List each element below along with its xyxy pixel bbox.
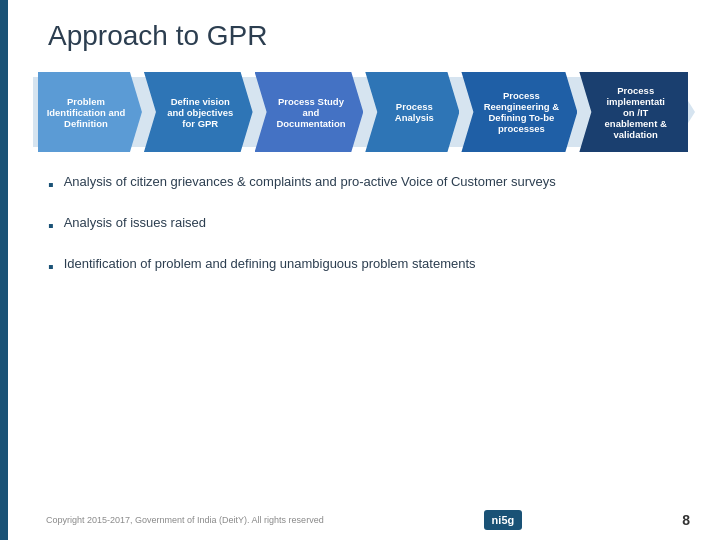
process-step-4[interactable]: Process Analysis <box>365 72 459 152</box>
bullet-icon-2: ▪ <box>48 214 54 238</box>
step2-label: Define vision and objectives for GPR <box>164 96 237 129</box>
step5-label: Process Reengineering & Defining To-be p… <box>481 90 561 134</box>
process-step-2[interactable]: Define vision and objectives for GPR <box>144 72 253 152</box>
content-area: ▪ Analysis of citizen grievances & compl… <box>38 172 690 279</box>
logo-text: ni5g <box>492 514 515 526</box>
page-container: Approach to GPR Problem Identification a… <box>8 0 720 540</box>
left-bar <box>0 0 8 540</box>
page-number: 8 <box>682 512 690 528</box>
process-step-5[interactable]: Process Reengineering & Defining To-be p… <box>461 72 577 152</box>
steps-row: Problem Identification and Definition De… <box>38 72 690 152</box>
step6-label: Process implementati on /IT enablement &… <box>599 85 672 140</box>
bullet-item-2: ▪ Analysis of issues raised <box>48 213 690 238</box>
bullet-text-2: Analysis of issues raised <box>64 213 206 233</box>
step4-label: Process Analysis <box>385 101 443 123</box>
bullet-icon-3: ▪ <box>48 255 54 279</box>
footer: Copyright 2015-2017, Government of India… <box>46 510 690 530</box>
page-title: Approach to GPR <box>38 20 690 52</box>
process-step-6[interactable]: Process implementati on /IT enablement &… <box>579 72 688 152</box>
bullet-item-1: ▪ Analysis of citizen grievances & compl… <box>48 172 690 197</box>
process-step-3[interactable]: Process Study and Documentation <box>255 72 364 152</box>
process-step-1[interactable]: Problem Identification and Definition <box>38 72 142 152</box>
bullet-icon-1: ▪ <box>48 173 54 197</box>
step3-label: Process Study and Documentation <box>275 96 348 129</box>
logo-box: ni5g <box>484 510 523 530</box>
bullet-text-1: Analysis of citizen grievances & complai… <box>64 172 556 192</box>
bullet-item-3: ▪ Identification of problem and defining… <box>48 254 690 279</box>
copyright-text: Copyright 2015-2017, Government of India… <box>46 515 324 525</box>
step1-label: Problem Identification and Definition <box>46 96 126 129</box>
footer-logo: ni5g <box>484 510 523 530</box>
process-flow: Problem Identification and Definition De… <box>38 72 690 152</box>
bullet-text-3: Identification of problem and defining u… <box>64 254 476 274</box>
